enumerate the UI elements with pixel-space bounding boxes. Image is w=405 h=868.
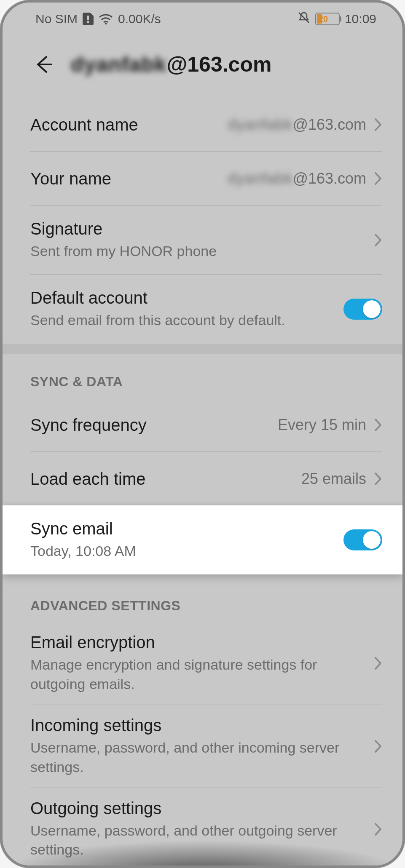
sub-incoming-settings: Username, password, and other incoming s… [30,738,365,777]
row-your-name[interactable]: Your name dyanfabk@163.com [3,152,402,206]
volume-button [403,196,405,323]
label-default-account: Default account [30,288,335,307]
section-advanced: ADVANCED SETTINGS [3,574,402,622]
row-incoming-settings[interactable]: Incoming settings Username, password, an… [3,705,402,788]
sub-signature: Sent from my HONOR phone [30,242,365,261]
label-account-name: Account name [30,115,219,134]
label-load-each-time: Load each time [30,470,293,489]
sub-default-account: Send email from this account by default. [30,311,335,330]
svg-rect-0 [87,16,89,20]
data-rate: 0.00K/s [118,12,161,26]
label-your-name: Your name [30,169,219,188]
value-your-name-user: dyanfabk [228,170,292,187]
svg-point-2 [105,23,107,24]
row-default-account[interactable]: Default account Send email from this acc… [3,275,402,344]
value-your-name: dyanfabk@163.com [228,170,382,187]
label-email-encryption: Email encryption [30,633,365,652]
phone-frame: No SIM 0.00K/s 20 10:09 [0,0,405,868]
title-email-user: dyanfabk [71,52,167,77]
app-header: dyanfabk@163.com [3,35,402,98]
highlighted-row-wrap: Sync email Today, 10:08 AM [3,505,402,574]
power-button [403,339,405,403]
label-sync-email: Sync email [30,519,335,538]
sim-alert-icon [83,13,94,25]
chevron-right-icon [374,171,382,186]
value-account-name-domain: @163.com [292,116,366,134]
back-button[interactable] [32,53,56,76]
svg-rect-1 [87,21,89,23]
row-load-each-time[interactable]: Load each time 25 emails [3,452,402,506]
chevron-right-icon [374,822,382,836]
row-outgoing-settings[interactable]: Outgoing settings Username, password, an… [3,788,402,865]
value-sync-frequency: Every 15 min [278,416,382,434]
sync-section: Sync frequency Every 15 min Load each ti… [3,398,402,506]
sub-email-encryption: Manage encryption and signature settings… [30,655,365,694]
label-sync-frequency: Sync frequency [30,416,269,435]
battery-icon: 20 [315,13,340,25]
advanced-section: Email encryption Manage encryption and s… [3,622,402,865]
row-sync-frequency[interactable]: Sync frequency Every 15 min [3,398,402,452]
chevron-right-icon [374,656,382,670]
toggle-default-account[interactable] [343,299,382,320]
label-signature: Signature [30,219,365,238]
chevron-right-icon [374,233,382,247]
label-outgoing-settings: Outgoing settings [30,799,365,818]
value-load-each-time: 25 emails [301,470,382,488]
row-account-name[interactable]: Account name dyanfabk@163.com [3,98,402,152]
value-sync-frequency-text: Every 15 min [278,416,366,434]
screen: No SIM 0.00K/s 20 10:09 [3,3,402,865]
dnd-icon [298,11,310,27]
row-signature[interactable]: Signature Sent from my HONOR phone [3,206,402,275]
sub-outgoing-settings: Username, password, and other outgoing s… [30,821,365,860]
clock: 10:09 [345,12,376,26]
account-section: Account name dyanfabk@163.com Your name … [3,98,402,344]
page-title: dyanfabk@163.com [71,52,271,77]
label-incoming-settings: Incoming settings [30,716,365,735]
section-sync-data: SYNC & DATA [3,354,402,398]
section-divider [3,344,402,354]
chevron-right-icon [374,472,382,486]
row-sync-email[interactable]: Sync email Today, 10:08 AM [3,505,402,574]
value-account-name-user: dyanfabk [228,116,292,134]
sim-status: No SIM [35,12,78,26]
value-load-each-time-text: 25 emails [301,470,366,488]
battery-percent: 20 [319,14,328,24]
chevron-right-icon [374,739,382,753]
wifi-icon [99,13,113,24]
title-email-domain: @163.com [167,52,272,77]
value-your-name-domain: @163.com [292,170,366,187]
row-email-encryption[interactable]: Email encryption Manage encryption and s… [3,622,402,705]
toggle-sync-email[interactable] [343,529,382,550]
chevron-right-icon [374,118,382,132]
chevron-right-icon [374,418,382,432]
status-bar: No SIM 0.00K/s 20 10:09 [3,3,402,35]
sub-sync-email: Today, 10:08 AM [30,542,335,561]
value-account-name: dyanfabk@163.com [228,116,382,134]
